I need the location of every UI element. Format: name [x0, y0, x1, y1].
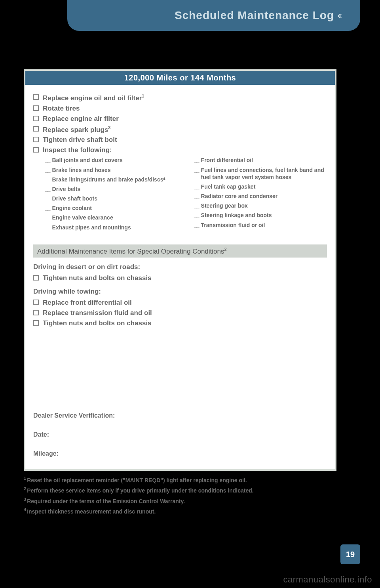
- inspect-item: __Brake lines and hoses: [45, 166, 178, 174]
- dash-icon: __: [45, 166, 50, 174]
- main-checklist: Replace engine oil and oil filter1 Rotat…: [33, 94, 327, 154]
- inspect-item: __Radiator core and condenser: [194, 193, 327, 200]
- item-sup: 3: [108, 125, 110, 130]
- checkbox-icon[interactable]: [33, 147, 39, 153]
- inspect-text: Brake linings/drums and brake pads/discs…: [52, 176, 166, 183]
- inspect-item: __Exhaust pipes and mountings: [45, 224, 178, 231]
- checklist-item: Tighten drive shaft bolt: [33, 136, 327, 144]
- inspect-col-left: __Ball joints and dust covers __Brake li…: [45, 157, 178, 233]
- inspect-text: Front differential oil: [201, 157, 253, 164]
- inspect-item: __Brake linings/drums and brake pads/dis…: [45, 176, 178, 183]
- footnotes: 1Reset the oil replacement reminder ("MA…: [24, 475, 336, 517]
- mileage-label: Mileage:: [33, 450, 115, 457]
- inspect-text: Engine coolant: [52, 204, 92, 212]
- inspect-text: Brake lines and hoses: [52, 166, 111, 174]
- inspect-text: Steering gear box: [201, 202, 248, 209]
- inspect-col-right: __Front differential oil __Fuel lines an…: [194, 157, 327, 233]
- inspect-columns: __Ball joints and dust covers __Brake li…: [33, 157, 327, 233]
- desert-checklist: Tighten nuts and bolts on chassis: [33, 274, 327, 282]
- checklist-item: Replace front differential oil: [33, 299, 327, 307]
- inspect-item: __Transmission fluid or oil: [194, 221, 327, 229]
- checkbox-icon[interactable]: [33, 310, 39, 315]
- inspect-text: Fuel lines and connections, fuel tank ba…: [201, 166, 327, 181]
- subheader: Additional Maintenance Items for Special…: [33, 244, 327, 258]
- checklist-item: Tighten nuts and bolts on chassis: [33, 319, 327, 327]
- card-body: Replace engine oil and oil filter1 Rotat…: [25, 85, 335, 469]
- dash-icon: __: [194, 166, 199, 174]
- inspect-item: __Fuel tank cap gasket: [194, 183, 327, 190]
- watermark: carmanualsonline.info: [283, 575, 372, 585]
- verification-block: Dealer Service Verification: Date: Milea…: [33, 412, 115, 457]
- item-text: Replace transmission fluid and oil: [43, 309, 152, 317]
- inspect-item: __Ball joints and dust covers: [45, 157, 178, 164]
- subheader-text: Additional Maintenance Items for Special…: [37, 247, 224, 255]
- page-number: 19: [340, 544, 360, 564]
- checklist-item: Replace engine oil and oil filter1: [33, 94, 327, 102]
- checkbox-icon[interactable]: [33, 126, 39, 132]
- fn-num: 3: [24, 497, 26, 502]
- inspect-item: __Steering gear box: [194, 202, 327, 209]
- dash-icon: __: [45, 185, 50, 193]
- dash-icon: __: [45, 224, 50, 231]
- checklist-item: Replace engine air filter: [33, 115, 327, 123]
- checkbox-icon[interactable]: [33, 116, 39, 121]
- footnote: 4Inspect thickness measurement and disc …: [24, 507, 336, 515]
- footnote: 2Perform these service items only if you…: [24, 486, 336, 494]
- inspect-text: Transmission fluid or oil: [201, 221, 265, 229]
- dash-icon: __: [194, 193, 199, 200]
- item-text: Replace engine air filter: [43, 115, 119, 123]
- footnote: 1Reset the oil replacement reminder ("MA…: [24, 475, 336, 484]
- item-text: Inspect the following:: [43, 146, 112, 154]
- maintenance-card: 120,000 Miles or 144 Months Replace engi…: [24, 69, 336, 471]
- fn-text: Required under the terms of the Emission…: [27, 498, 185, 504]
- desert-label: Driving in desert or on dirt roads:: [33, 263, 327, 271]
- checklist-item: Rotate tires: [33, 105, 327, 113]
- inspect-text: Fuel tank cap gasket: [201, 183, 256, 190]
- item-sup: 1: [142, 94, 144, 98]
- inspect-text: Exhaust pipes and mountings: [52, 224, 131, 231]
- checkbox-icon[interactable]: [33, 275, 39, 281]
- dash-icon: __: [45, 214, 50, 221]
- card-title: 120,000 Miles or 144 Months: [25, 71, 335, 85]
- dash-icon: __: [194, 183, 199, 190]
- item-text: Tighten nuts and bolts on chassis: [43, 274, 152, 282]
- fn-num: 2: [24, 486, 26, 491]
- dash-icon: __: [45, 157, 50, 164]
- chevron-left-icon: ‹‹: [337, 10, 340, 21]
- page-title: Scheduled Maintenance Log: [175, 9, 334, 22]
- dash-icon: __: [194, 221, 199, 229]
- item-text: Tighten drive shaft bolt: [43, 136, 117, 144]
- footnote: 3Required under the terms of the Emissio…: [24, 496, 336, 505]
- checklist-item: Replace transmission fluid and oil: [33, 309, 327, 317]
- checklist-item: Inspect the following:: [33, 146, 327, 154]
- item-text: Replace spark plugs: [43, 126, 108, 133]
- checkbox-icon[interactable]: [33, 94, 39, 100]
- towing-label: Driving while towing:: [33, 288, 327, 296]
- inspect-text: Drive shaft boots: [52, 195, 97, 202]
- inspect-text: Engine valve clearance: [52, 214, 113, 221]
- fn-num: 1: [24, 476, 26, 481]
- dealer-verification-label: Dealer Service Verification:: [33, 412, 115, 419]
- inspect-text: Radiator core and condenser: [201, 193, 278, 200]
- header-tab: Scheduled Maintenance Log ‹‹: [67, 0, 360, 31]
- checkbox-icon[interactable]: [33, 300, 39, 305]
- dash-icon: __: [194, 202, 199, 209]
- item-text: Rotate tires: [43, 105, 80, 113]
- checkbox-icon[interactable]: [33, 137, 39, 142]
- inspect-item: __Engine coolant: [45, 204, 178, 212]
- fn-text: Inspect thickness measurement and disc r…: [27, 508, 156, 514]
- checklist-item: Tighten nuts and bolts on chassis: [33, 274, 327, 282]
- inspect-item: __Drive shaft boots: [45, 195, 178, 202]
- checkbox-icon[interactable]: [33, 105, 39, 111]
- subheader-sup: 2: [224, 247, 227, 252]
- inspect-text: Ball joints and dust covers: [52, 157, 123, 164]
- fn-text: Perform these service items only if you …: [27, 487, 254, 494]
- inspect-item: __Engine valve clearance: [45, 214, 178, 221]
- fn-num: 4: [24, 507, 26, 512]
- inspect-text: Steering linkage and boots: [201, 212, 272, 219]
- item-text: Tighten nuts and bolts on chassis: [43, 319, 152, 327]
- checkbox-icon[interactable]: [33, 320, 39, 326]
- dash-icon: __: [45, 204, 50, 212]
- fn-text: Reset the oil replacement reminder ("MAI…: [27, 477, 247, 483]
- item-text: Replace front differential oil: [43, 299, 132, 307]
